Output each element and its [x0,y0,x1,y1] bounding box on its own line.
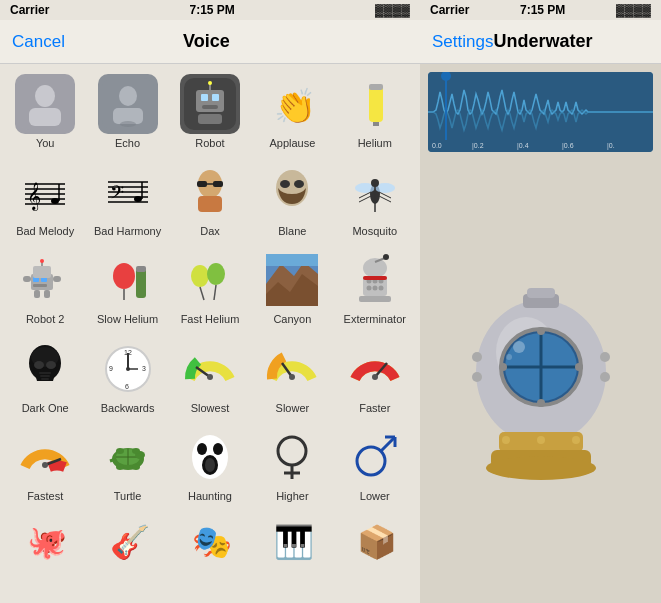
voice-item-fast-helium-label: Fast Helium [181,313,240,326]
svg-rect-61 [34,290,40,298]
voice-item-lower-label: Lower [360,490,390,503]
voice-item-b3[interactable]: 🎭 [172,511,248,561]
voice-item-turtle[interactable]: Turtle [90,423,166,507]
left-status-bar: Carrier 7:15 PM ▓▓▓▓ [0,0,420,20]
svg-rect-62 [44,290,50,298]
svg-point-6 [120,121,136,127]
voice-item-backwards[interactable]: 12 3 6 9 Backwards [90,335,166,419]
voice-item-turtle-label: Turtle [114,490,142,503]
cancel-button[interactable]: Cancel [12,32,65,52]
voice-item-robot-label: Robot [195,137,224,150]
svg-point-106 [289,374,295,380]
voice-item-echo[interactable]: Echo [90,70,166,154]
svg-point-118 [132,464,140,470]
voice-item-exterminator[interactable]: Exterminator [337,246,413,330]
svg-point-123 [213,443,223,455]
voice-item-b2[interactable]: 🎸 [90,511,166,561]
svg-point-165 [502,436,510,444]
voice-item-higher[interactable]: Higher [254,423,330,507]
settings-button[interactable]: Settings [432,32,493,52]
voice-title: Voice [183,31,230,52]
svg-point-67 [191,265,209,287]
svg-rect-11 [202,105,218,109]
svg-text:📦: 📦 [357,523,397,561]
voice-item-slower[interactable]: Slower [254,335,330,419]
svg-point-119 [116,448,124,454]
svg-rect-9 [201,94,208,101]
svg-rect-60 [53,276,61,282]
voice-item-slow-helium-label: Slow Helium [97,313,158,326]
svg-point-167 [572,436,580,444]
voice-item-blane-label: Blane [278,225,306,238]
svg-point-82 [366,286,371,291]
svg-text:|0.: |0. [607,142,615,150]
voice-item-echo-label: Echo [115,137,140,150]
voice-item-mosquito[interactable]: Mosquito [337,158,413,242]
svg-point-58 [40,259,44,263]
svg-point-110 [42,462,48,468]
svg-line-68 [200,287,204,300]
svg-point-120 [132,448,140,454]
voice-item-helium[interactable]: Helium [337,70,413,154]
svg-rect-59 [23,276,31,282]
voice-item-canyon[interactable]: Canyon [254,246,330,330]
voice-item-fastest-label: Fastest [27,490,63,503]
voice-item-faster[interactable]: Faster [337,335,413,419]
voice-item-blane[interactable]: Blane [254,158,330,242]
voice-item-slower-label: Slower [276,402,310,415]
svg-text:🎸: 🎸 [110,523,150,561]
voice-item-slow-helium[interactable]: Slow Helium [90,246,166,330]
voice-item-you[interactable]: You [7,70,83,154]
svg-point-13 [208,81,212,85]
svg-rect-86 [359,296,391,302]
grid-row-6: 🐙 🎸 🎭 🎹 📦 [4,511,416,561]
svg-rect-91 [39,372,51,374]
voice-item-lower[interactable]: Lower [337,423,413,507]
voice-item-fast-helium[interactable]: Fast Helium [172,246,248,330]
svg-rect-14 [198,114,222,124]
svg-line-116 [110,459,116,461]
svg-point-46 [371,179,379,187]
svg-point-25 [51,198,59,204]
voice-item-bad-harmony[interactable]: 𝄢 Bad Harmony [90,158,166,242]
svg-line-70 [214,285,216,300]
svg-point-108 [372,374,378,380]
svg-point-168 [486,456,596,480]
voice-item-b5[interactable]: 📦 [337,511,413,561]
voice-item-robot2[interactable]: Robot 2 [7,246,83,330]
svg-text:𝄢: 𝄢 [110,182,124,207]
svg-point-42 [294,180,304,188]
voice-item-canyon-label: Canyon [273,313,311,326]
svg-point-161 [600,352,610,362]
time-left: 7:15 PM [190,3,235,17]
voice-item-slowest-label: Slowest [191,402,230,415]
svg-rect-16 [369,86,383,122]
voice-item-slowest[interactable]: Slowest [172,335,248,419]
svg-rect-55 [33,284,47,287]
voice-item-dark-one-label: Dark One [22,402,69,415]
voice-item-b1[interactable]: 🐙 [7,511,83,561]
battery-left: ▓▓▓▓ [375,3,410,17]
voice-item-robot2-label: Robot 2 [26,313,65,326]
svg-line-130 [381,437,395,451]
grid-row-1: You Echo [4,70,416,154]
voice-item-dax[interactable]: Dax [172,158,248,242]
grid-row-4: Dark One 12 3 6 9 [4,335,416,419]
grid-row-5: Fastest [4,423,416,507]
waveform-display[interactable]: 0.0 |0.2 |0.4 |0.6 |0. [428,72,653,152]
voice-item-bad-melody[interactable]: 𝄞 Bad Melody [7,158,83,242]
voice-item-haunting-label: Haunting [188,490,232,503]
svg-point-84 [378,286,383,291]
voice-item-dark-one[interactable]: Dark One [7,335,83,419]
voice-item-b4[interactable]: 🎹 [254,511,330,561]
voice-item-haunting[interactable]: Haunting [172,423,248,507]
svg-rect-74 [266,254,318,266]
svg-text:|0.4: |0.4 [517,142,529,150]
svg-point-69 [207,263,225,285]
right-status-bar: Carrier 7:15 PM ▓▓▓▓ [420,0,661,20]
voice-item-robot[interactable]: Robot [172,70,248,154]
svg-text:|0.6: |0.6 [562,142,574,150]
voice-item-bad-harmony-label: Bad Harmony [94,225,161,238]
voice-item-applause[interactable]: 👏 Applause [254,70,330,154]
voice-item-fastest[interactable]: Fastest [7,423,83,507]
